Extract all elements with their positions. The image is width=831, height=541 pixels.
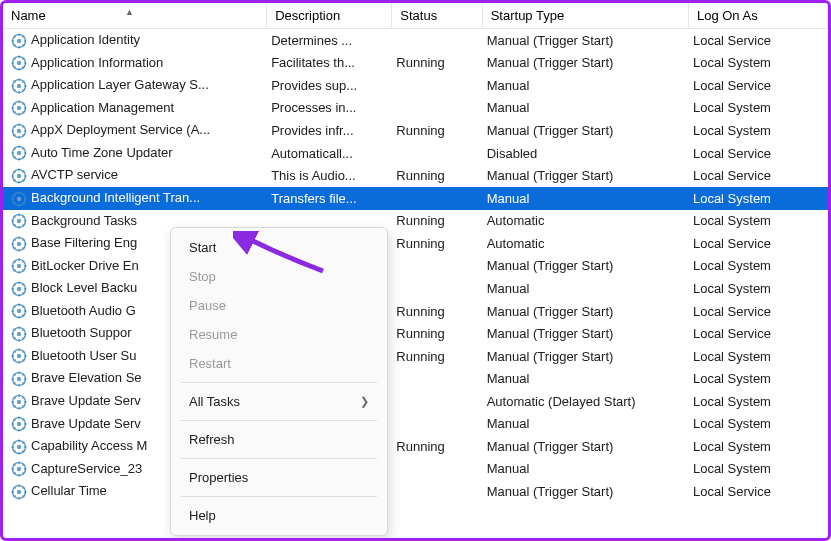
- service-name: Application Management: [31, 100, 174, 115]
- service-startup-type: Manual: [483, 187, 689, 210]
- svg-point-41: [17, 129, 21, 133]
- service-status: [392, 277, 482, 300]
- service-name: Application Identity: [31, 32, 140, 47]
- service-startup-type: Manual (Trigger Start): [483, 322, 689, 345]
- gear-icon: [11, 439, 27, 455]
- menu-separator: [181, 420, 377, 421]
- table-row[interactable]: Brave Elevation SeManualLocal System: [3, 367, 828, 390]
- service-description: Transfers file...: [267, 187, 392, 210]
- table-row[interactable]: Application Layer Gateway S...Provides s…: [3, 74, 828, 97]
- service-description: Determines ...: [267, 29, 392, 52]
- table-row[interactable]: Brave Update ServAutomatic (Delayed Star…: [3, 390, 828, 413]
- svg-point-181: [17, 444, 21, 448]
- menu-separator: [181, 458, 377, 459]
- service-startup-type: Manual (Trigger Start): [483, 300, 689, 323]
- table-row[interactable]: Base Filtering EngRunningAutomaticLocal …: [3, 232, 828, 255]
- table-row[interactable]: Capability Access MRunningManual (Trigge…: [3, 435, 828, 458]
- service-log-on-as: Local System: [689, 367, 828, 390]
- menu-item-properties[interactable]: Properties: [171, 463, 387, 492]
- service-log-on-as: Local System: [689, 52, 828, 75]
- gear-icon: [11, 168, 27, 184]
- table-row[interactable]: Bluetooth Audio GRunningManual (Trigger …: [3, 300, 828, 323]
- menu-item-all-tasks[interactable]: All Tasks ❯: [171, 387, 387, 416]
- service-name: Application Information: [31, 55, 163, 70]
- table-row[interactable]: Background Intelligent Tran...Transfers …: [3, 187, 828, 210]
- service-name: Cellular Time: [31, 483, 107, 498]
- table-row[interactable]: Bluetooth SupporRunningManual (Trigger S…: [3, 322, 828, 345]
- service-name: Bluetooth User Su: [31, 348, 137, 363]
- gear-icon: [11, 371, 27, 387]
- service-log-on-as: Local System: [689, 345, 828, 368]
- column-header-startup-type[interactable]: Startup Type: [483, 3, 689, 29]
- service-status: Running: [392, 52, 482, 75]
- service-status: Running: [392, 300, 482, 323]
- table-row[interactable]: Application IdentityDetermines ...Manual…: [3, 29, 828, 52]
- gear-icon: [11, 145, 27, 161]
- menu-item-refresh[interactable]: Refresh: [171, 425, 387, 454]
- gear-icon: [11, 123, 27, 139]
- menu-item-help[interactable]: Help: [171, 501, 387, 530]
- service-name: Capability Access M: [31, 438, 147, 453]
- service-name: AppX Deployment Service (A...: [31, 122, 210, 137]
- service-startup-type: Automatic: [483, 232, 689, 255]
- menu-item-start[interactable]: Start: [171, 233, 387, 262]
- menu-item-resume: Resume: [171, 320, 387, 349]
- service-status: [392, 74, 482, 97]
- menu-item-restart: Restart: [171, 349, 387, 378]
- service-log-on-as: Local System: [689, 458, 828, 481]
- table-row[interactable]: Auto Time Zone UpdaterAutomaticall...Dis…: [3, 142, 828, 165]
- svg-point-151: [17, 377, 21, 381]
- service-startup-type: Manual (Trigger Start): [483, 164, 689, 187]
- service-log-on-as: Local Service: [689, 322, 828, 345]
- service-log-on-as: Local System: [689, 255, 828, 278]
- table-row[interactable]: Application ManagementProcesses in...Man…: [3, 97, 828, 120]
- table-row[interactable]: Bluetooth User SuRunningManual (Trigger …: [3, 345, 828, 368]
- service-log-on-as: Local Service: [689, 232, 828, 255]
- service-name: Brave Update Serv: [31, 416, 141, 431]
- service-log-on-as: Local System: [689, 277, 828, 300]
- table-row[interactable]: Cellular TimeThis service ...Manual (Tri…: [3, 480, 828, 503]
- menu-item-pause: Pause: [171, 291, 387, 320]
- menu-item-label: All Tasks: [189, 394, 240, 409]
- service-log-on-as: Local System: [689, 97, 828, 120]
- table-row[interactable]: Background TasksRunningAutomaticLocal Sy…: [3, 210, 828, 233]
- gear-icon: [11, 33, 27, 49]
- service-log-on-as: Local Service: [689, 480, 828, 503]
- table-row[interactable]: AppX Deployment Service (A...Provides in…: [3, 119, 828, 142]
- column-header-name[interactable]: Name: [3, 3, 267, 29]
- service-name: Application Layer Gateway S...: [31, 77, 209, 92]
- svg-point-161: [17, 399, 21, 403]
- service-description: Provides infr...: [267, 119, 392, 142]
- gear-icon: [11, 213, 27, 229]
- table-row[interactable]: Application InformationFacilitates th...…: [3, 52, 828, 75]
- service-log-on-as: Local System: [689, 210, 828, 233]
- svg-point-1: [17, 38, 21, 42]
- table-row[interactable]: CaptureService_23ManualLocal System: [3, 458, 828, 481]
- gear-icon: [11, 258, 27, 274]
- chevron-right-icon: ❯: [360, 395, 369, 408]
- gear-icon: [11, 281, 27, 297]
- service-status: Running: [392, 435, 482, 458]
- service-name: Block Level Backu: [31, 280, 137, 295]
- service-name: AVCTP service: [31, 167, 118, 182]
- service-log-on-as: Local Service: [689, 142, 828, 165]
- service-status: Running: [392, 232, 482, 255]
- service-description: Automaticall...: [267, 142, 392, 165]
- gear-icon: [11, 55, 27, 71]
- gear-icon: [11, 394, 27, 410]
- table-row[interactable]: Brave Update ServManualLocal System: [3, 413, 828, 436]
- column-header-status[interactable]: Status: [392, 3, 482, 29]
- service-log-on-as: Local Service: [689, 74, 828, 97]
- menu-separator: [181, 382, 377, 383]
- column-header-log-on-as[interactable]: Log On As: [689, 3, 828, 29]
- table-row[interactable]: Block Level BackuManualLocal System: [3, 277, 828, 300]
- table-row[interactable]: BitLocker Drive EnManual (Trigger Start)…: [3, 255, 828, 278]
- service-startup-type: Manual (Trigger Start): [483, 435, 689, 458]
- column-header-description[interactable]: Description: [267, 3, 392, 29]
- service-startup-type: Manual: [483, 74, 689, 97]
- table-row[interactable]: AVCTP serviceThis is Audio...RunningManu…: [3, 164, 828, 187]
- service-status: [392, 367, 482, 390]
- svg-point-201: [17, 490, 21, 494]
- service-status: Running: [392, 119, 482, 142]
- service-startup-type: Manual: [483, 277, 689, 300]
